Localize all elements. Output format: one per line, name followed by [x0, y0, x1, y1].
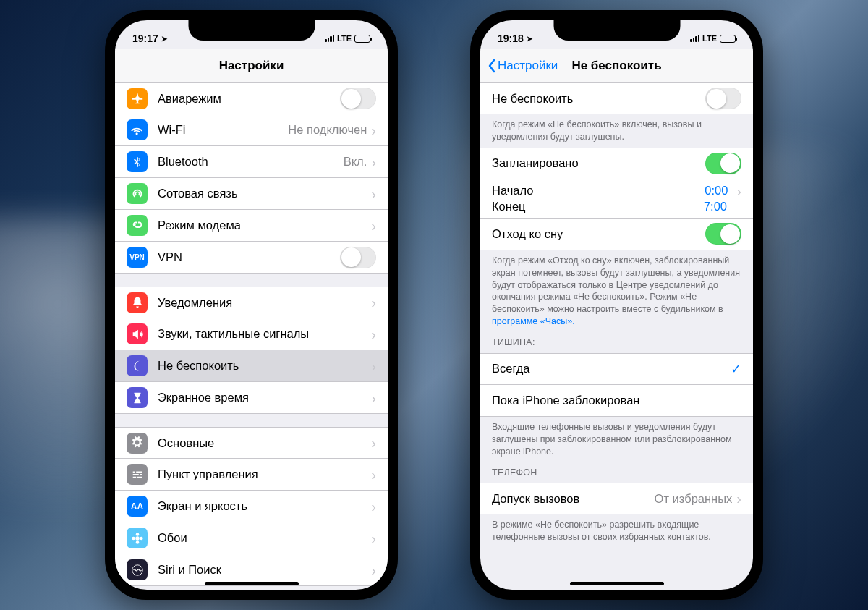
row-do-not-disturb[interactable]: Не беспокоить ›	[115, 350, 388, 382]
chevron-back-icon	[488, 59, 496, 73]
row-control-center[interactable]: Пункт управления ›	[115, 459, 388, 491]
row-silence-always[interactable]: Всегда ✓	[480, 353, 753, 385]
chevron-right-icon: ›	[371, 359, 376, 373]
sleep-toggle[interactable]	[705, 223, 741, 245]
row-label: Основные	[158, 436, 371, 450]
row-allow-calls[interactable]: Допуск вызовов От избранных ›	[480, 483, 753, 514]
row-value: Вкл.	[344, 155, 367, 169]
nav-bar: Настройки	[115, 49, 388, 82]
nav-bar: Настройки Не беспокоить	[480, 49, 753, 82]
back-label: Настройки	[498, 59, 558, 73]
network-label: LTE	[337, 34, 352, 43]
antenna-icon	[127, 183, 148, 204]
sound-icon	[127, 323, 148, 344]
row-wifi[interactable]: Wi-Fi Не подключен ›	[115, 114, 388, 146]
signal-bars-icon	[690, 35, 699, 42]
page-title: Настройки	[219, 59, 284, 73]
silence-header: ТИШИНА:	[480, 332, 753, 353]
chevron-right-icon: ›	[371, 123, 376, 137]
start-label: Начало	[492, 184, 705, 198]
hotspot-icon	[127, 215, 148, 236]
row-label: Bluetooth	[158, 155, 344, 169]
row-label: Уведомления	[158, 296, 371, 310]
chevron-right-icon: ›	[736, 491, 741, 506]
signal-bars-icon	[325, 35, 334, 42]
siri-icon	[127, 559, 148, 580]
row-label: Авиарежим	[158, 92, 340, 106]
airplane-icon	[127, 88, 148, 109]
end-value: 7:00	[704, 200, 727, 213]
dnd-footer: Когда режим «Не беспокоить» включен, выз…	[480, 114, 753, 148]
status-time: 19:18	[498, 33, 524, 44]
row-bluetooth[interactable]: Bluetooth Вкл. ›	[115, 146, 388, 178]
row-label: Не беспокоить	[492, 92, 705, 106]
row-airplane-mode[interactable]: Авиарежим	[115, 82, 388, 114]
home-indicator[interactable]	[570, 582, 664, 585]
row-screen-time[interactable]: Экранное время ›	[115, 382, 388, 414]
sliders-icon	[127, 464, 148, 485]
chevron-right-icon: ›	[371, 187, 376, 201]
battery-icon	[354, 35, 370, 43]
iphone-left: 19:17 ➤ LTE Настройки Авиарежим Wi-Fi Не…	[105, 10, 398, 600]
row-label: VPN	[158, 250, 340, 264]
checkmark-icon: ✓	[731, 361, 741, 377]
dnd-settings-list[interactable]: Не беспокоить Когда режим «Не беспокоить…	[480, 82, 753, 590]
allow-footer: В режиме «Не беспокоить» разрешить входя…	[480, 514, 753, 548]
chevron-right-icon: ›	[371, 155, 376, 169]
gear-icon	[127, 433, 148, 454]
row-time-range[interactable]: Начало 0:00 › Конец 7:00	[480, 179, 753, 219]
row-cellular[interactable]: Сотовая связь ›	[115, 178, 388, 210]
notifications-icon	[127, 292, 148, 313]
row-vpn[interactable]: VPN VPN	[115, 242, 388, 274]
row-notifications[interactable]: Уведомления ›	[115, 287, 388, 318]
row-label: Звуки, тактильные сигналы	[158, 327, 371, 341]
moon-icon	[127, 355, 148, 376]
airplane-toggle[interactable]	[340, 88, 376, 109]
wifi-icon	[127, 119, 148, 140]
dnd-toggle[interactable]	[705, 88, 741, 109]
row-silence-locked[interactable]: Пока iPhone заблокирован	[480, 385, 753, 417]
row-label: Экран и яркость	[158, 499, 371, 513]
row-general[interactable]: Основные ›	[115, 427, 388, 459]
row-dnd-master[interactable]: Не беспокоить	[480, 82, 753, 114]
row-label: Не беспокоить	[158, 359, 371, 373]
chevron-right-icon: ›	[371, 499, 376, 514]
notch	[188, 20, 315, 41]
row-scheduled[interactable]: Запланировано	[480, 148, 753, 179]
row-sounds[interactable]: Звуки, тактильные сигналы ›	[115, 318, 388, 350]
chevron-right-icon: ›	[371, 531, 376, 546]
row-label: Пока iPhone заблокирован	[492, 394, 741, 407]
chevron-right-icon: ›	[371, 563, 376, 577]
row-label: Сотовая связь	[158, 187, 371, 200]
row-label: Пункт управления	[158, 467, 371, 481]
silence-footer: Входящие телефонные вызовы и уведомления…	[480, 417, 753, 462]
row-label: Обои	[158, 531, 371, 545]
start-value: 0:00	[705, 184, 728, 198]
notch	[553, 20, 680, 41]
row-sleep[interactable]: Отход ко сну	[480, 219, 753, 250]
page-title: Не беспокоить	[571, 59, 661, 73]
scheduled-toggle[interactable]	[705, 153, 741, 174]
row-display[interactable]: AA Экран и яркость ›	[115, 491, 388, 522]
home-indicator[interactable]	[205, 582, 299, 585]
bluetooth-icon	[127, 151, 148, 172]
row-wallpaper[interactable]: Обои ›	[115, 522, 388, 554]
chevron-right-icon: ›	[371, 327, 376, 342]
vpn-toggle[interactable]	[340, 247, 376, 268]
settings-list[interactable]: Авиарежим Wi-Fi Не подключен › Bluetooth…	[115, 82, 388, 590]
row-label: Siri и Поиск	[158, 563, 371, 577]
chevron-right-icon: ›	[371, 467, 376, 482]
back-button[interactable]: Настройки	[488, 59, 558, 73]
location-icon: ➤	[161, 35, 167, 43]
phone-header: ТЕЛЕФОН	[480, 462, 753, 483]
clock-app-link[interactable]: программе «Часы».	[492, 316, 575, 326]
row-value: Не подключен	[288, 123, 367, 137]
row-label: Режим модема	[158, 219, 371, 232]
sleep-footer: Когда режим «Отход ко сну» включен, забл…	[480, 250, 753, 332]
end-label: Конец	[492, 200, 704, 213]
row-hotspot[interactable]: Режим модема ›	[115, 210, 388, 242]
network-label: LTE	[702, 34, 717, 43]
row-label: Экранное время	[158, 391, 371, 404]
row-label: Всегда	[492, 362, 731, 376]
row-value: От избранных	[655, 492, 733, 506]
